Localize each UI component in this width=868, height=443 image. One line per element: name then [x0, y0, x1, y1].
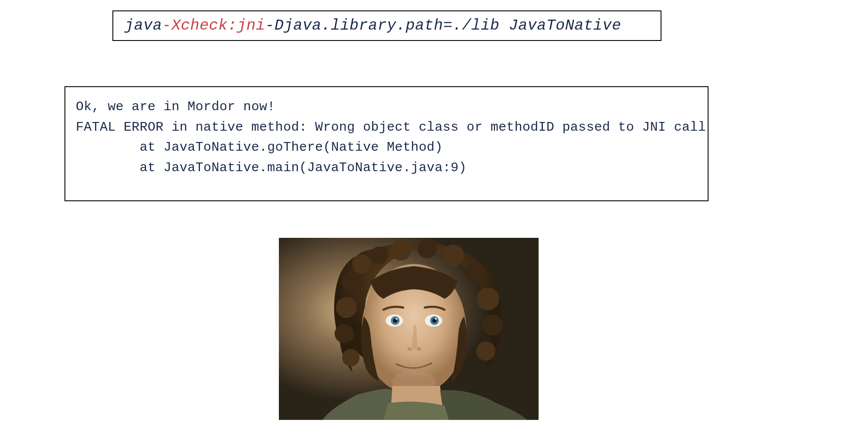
svg-point-4	[390, 240, 411, 260]
svg-point-2	[352, 254, 371, 274]
svg-point-8	[477, 287, 499, 310]
svg-point-24	[417, 347, 421, 351]
output-line2: FATAL ERROR in native method: Wrong obje…	[76, 120, 706, 135]
command-part1: java	[125, 17, 162, 34]
svg-point-10	[476, 342, 495, 361]
output-line3: at JavaToNative.goThere(Native Method)	[76, 140, 443, 155]
command-box: java -Xcheck:jni -Djava.library.path=./l…	[112, 10, 661, 41]
output-line4: at JavaToNative.main(JavaToNative.java:9…	[76, 160, 467, 175]
svg-point-11	[336, 297, 357, 318]
svg-point-9	[482, 314, 503, 335]
output-box: Ok, we are in Mordor now! FATAL ERROR in…	[64, 86, 709, 201]
svg-point-6	[442, 244, 464, 266]
svg-point-5	[417, 239, 437, 258]
svg-point-21	[396, 318, 397, 320]
frodo-image	[279, 238, 539, 420]
command-part2: -Djava.library.path=./lib JavaToNative	[265, 17, 621, 34]
svg-point-3	[370, 247, 388, 264]
svg-point-23	[407, 347, 412, 351]
svg-point-12	[335, 324, 354, 343]
svg-point-7	[465, 263, 485, 283]
output-line1: Ok, we are in Mordor now!	[76, 99, 275, 114]
svg-point-13	[342, 349, 359, 366]
svg-point-22	[435, 318, 437, 320]
svg-point-1	[342, 271, 364, 292]
command-highlight: -Xcheck:jni	[162, 17, 265, 34]
